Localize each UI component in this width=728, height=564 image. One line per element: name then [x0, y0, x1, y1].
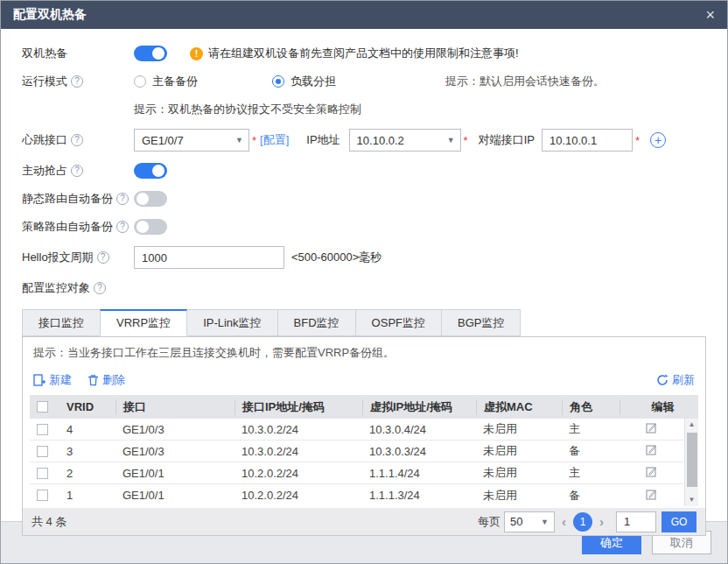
chevron-down-icon: ▼ — [541, 518, 549, 526]
help-icon[interactable]: ? — [94, 282, 106, 294]
select-all-checkbox[interactable] — [37, 401, 48, 412]
table-row[interactable]: 1 GE1/0/1 10.2.0.2/24 1.1.1.3/24 未启用 备 — [30, 484, 683, 506]
row-checkbox[interactable] — [37, 490, 48, 501]
hello-interval-input[interactable] — [134, 246, 284, 269]
chevron-down-icon: ▼ — [447, 136, 455, 145]
config-link[interactable]: [配置] — [260, 132, 289, 148]
peer-ip-input[interactable] — [542, 129, 633, 152]
hot-standby-toggle[interactable] — [134, 46, 167, 61]
heartbeat-ip-label: IP地址 — [306, 132, 340, 148]
hello-interval-label: Hello报文周期 — [22, 250, 94, 265]
col-edit: 编辑 — [620, 399, 698, 415]
help-icon[interactable]: ? — [116, 221, 129, 233]
vrrp-table: VRID 接口 接口IP地址/掩码 虚拟IP地址/掩码 虚拟MAC 角色 编辑 … — [30, 395, 698, 506]
row-hello-interval: Hello报文周期 ? <500-60000>毫秒 — [22, 246, 706, 269]
new-button[interactable]: 新建 — [33, 372, 72, 388]
pagination-bar: 共 4 条 每页 50 ▼ ‹ 1 › GO — [23, 508, 705, 535]
col-virtual-ip: 虚拟IP地址/掩码 — [362, 399, 476, 415]
prev-page-icon[interactable]: ‹ — [562, 514, 566, 529]
help-icon[interactable]: ? — [71, 134, 83, 146]
add-circle-icon[interactable]: + — [650, 132, 666, 148]
tab-bgp-monitor[interactable]: BGP监控 — [441, 309, 521, 336]
heartbeat-ip-value: 10.10.0.2 — [357, 134, 404, 147]
row-checkbox[interactable] — [37, 446, 48, 457]
config-form: 双机热备 ! 请在组建双机设备前先查阅产品文档中的使用限制和注意事项! 运行模式… — [1, 29, 727, 297]
heartbeat-interface-select[interactable]: GE1/0/7 ▼ — [134, 129, 249, 152]
monitor-tabs: 接口监控 VRRP监控 IP-Link监控 BFD监控 OSPF监控 BGP监控 — [1, 309, 727, 336]
vrrp-hint: 提示：当业务接口工作在三层且连接交换机时，需要配置VRRP备份组。 — [23, 337, 705, 367]
heartbeat-ip-select[interactable]: 10.10.0.2 ▼ — [349, 129, 461, 152]
scroll-up-icon[interactable]: ▲ — [685, 419, 698, 431]
toggle-knob — [136, 221, 149, 233]
delete-button[interactable]: 删除 — [88, 372, 125, 388]
hello-interval-range: <500-60000>毫秒 — [291, 250, 382, 265]
radio-option-active-standby[interactable]: 主备备份 — [134, 74, 272, 89]
hot-standby-label: 双机热备 — [22, 46, 134, 61]
hot-standby-warning-text: 请在组建双机设备前先查阅产品文档中的使用限制和注意事项! — [208, 46, 519, 61]
vrrp-panel: 提示：当业务接口工作在三层且连接交换机时，需要配置VRRP备份组。 新建 删除 — [22, 336, 706, 536]
vertical-scrollbar[interactable]: ▲ ▼ — [684, 419, 698, 506]
total-count: 共 4 条 — [32, 514, 66, 530]
toggle-knob — [152, 165, 164, 177]
policy-route-toggle[interactable] — [134, 219, 167, 235]
edit-icon[interactable] — [620, 422, 683, 436]
refresh-icon — [656, 374, 668, 386]
monitor-object-label: 配置监控对象 — [22, 280, 90, 296]
help-icon[interactable]: ? — [71, 165, 83, 177]
static-route-toggle[interactable] — [134, 191, 167, 207]
radio-unselected-icon[interactable] — [134, 75, 146, 88]
run-mode-hint: 提示：默认启用会话快速备份。 — [445, 74, 605, 89]
help-icon[interactable]: ? — [97, 251, 109, 264]
row-policy-route: 策略路由自动备份 ? — [22, 218, 706, 236]
tab-iplink-monitor[interactable]: IP-Link监控 — [187, 309, 276, 336]
close-icon[interactable]: × — [705, 7, 715, 23]
go-button[interactable]: GO — [662, 511, 696, 532]
table-toolbar: 新建 删除 刷新 — [23, 367, 705, 395]
next-page-icon[interactable]: › — [599, 514, 604, 529]
new-document-icon — [33, 374, 46, 386]
per-page-select[interactable]: 50 ▼ — [504, 511, 555, 532]
row-hot-standby: 双机热备 ! 请在组建双机设备前先查阅产品文档中的使用限制和注意事项! — [22, 45, 706, 62]
radio-option-load-sharing[interactable]: 负载分担 — [272, 74, 445, 89]
col-vrid: VRID — [60, 400, 116, 413]
tab-vrrp-monitor[interactable]: VRRP监控 — [100, 309, 187, 336]
table-body: 4 GE1/0/3 10.3.0.2/24 10.3.0.4/24 未启用 主 … — [30, 419, 698, 506]
table-row[interactable]: 2 GE1/0/1 10.2.0.2/24 1.1.1.4/24 未启用 主 — [30, 462, 683, 484]
goto-page-input[interactable] — [616, 511, 656, 532]
tab-bfd-monitor[interactable]: BFD监控 — [277, 309, 355, 336]
scroll-down-icon[interactable]: ▼ — [685, 494, 698, 506]
row-protocol-hint: 提示：双机热备的协议报文不受安全策略控制 — [22, 101, 706, 118]
col-if-ip: 接口IP地址/掩码 — [234, 399, 362, 415]
edit-icon[interactable] — [620, 466, 683, 480]
per-page-label: 每页 — [478, 514, 500, 530]
peer-ip-label: 对端接口IP — [479, 132, 535, 148]
preempt-toggle[interactable] — [134, 163, 167, 179]
col-role: 角色 — [562, 399, 620, 415]
radio-label: 主备备份 — [152, 74, 198, 89]
toggle-knob — [152, 47, 164, 60]
refresh-button[interactable]: 刷新 — [656, 372, 695, 388]
run-mode-label: 运行模式 — [22, 74, 67, 89]
row-checkbox[interactable] — [37, 424, 48, 435]
scrollbar-thumb[interactable] — [687, 433, 697, 487]
table-row[interactable]: 3 GE1/0/3 10.3.0.2/24 10.3.0.3/24 未启用 备 — [30, 441, 683, 462]
tab-interface-monitor[interactable]: 接口监控 — [22, 309, 100, 336]
table-row[interactable]: 4 GE1/0/3 10.3.0.2/24 10.3.0.4/24 未启用 主 — [30, 419, 683, 441]
row-static-route: 静态路由自动备份 ? — [22, 190, 706, 208]
radio-selected-icon[interactable] — [272, 75, 284, 88]
row-checkbox[interactable] — [37, 468, 48, 479]
row-preempt: 主动抢占 ? — [22, 162, 706, 180]
current-page-badge[interactable]: 1 — [573, 512, 592, 532]
help-icon[interactable]: ? — [71, 75, 83, 88]
edit-icon[interactable] — [620, 444, 683, 458]
tab-ospf-monitor[interactable]: OSPF监控 — [355, 309, 441, 336]
row-heartbeat: 心跳接口 ? GE1/0/7 ▼ * [配置] IP地址 10.10.0.2 ▼… — [22, 129, 706, 152]
edit-icon[interactable] — [620, 489, 683, 503]
heartbeat-interface-value: GE1/0/7 — [142, 134, 184, 147]
col-virtual-mac: 虚拟MAC — [476, 399, 562, 415]
toggle-knob — [136, 193, 149, 205]
dialog-title: 配置双机热备 — [13, 7, 87, 23]
policy-route-label: 策略路由自动备份 — [22, 219, 113, 235]
help-icon[interactable]: ? — [116, 193, 129, 205]
radio-label: 负载分担 — [290, 74, 336, 89]
